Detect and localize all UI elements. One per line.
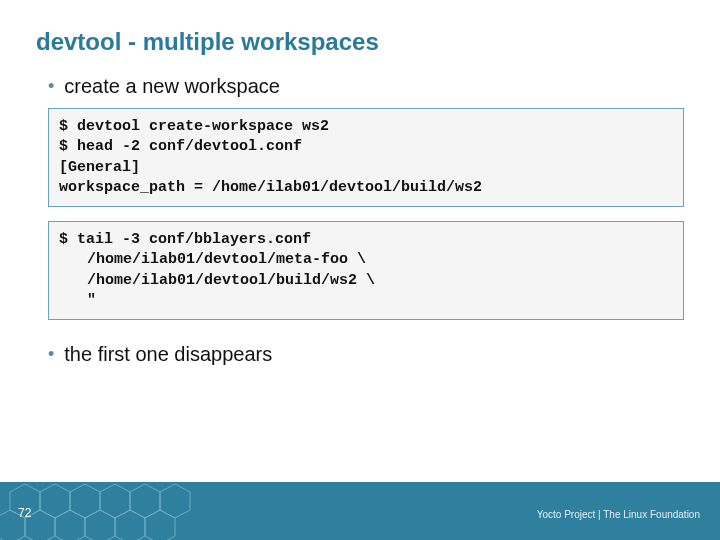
code-block-1: $ devtool create-workspace ws2 $ head -2…	[48, 108, 684, 207]
bullet-text-2: the first one disappears	[64, 342, 272, 366]
code1-l3: [General]	[59, 159, 140, 176]
page-number: 72	[18, 506, 31, 520]
code1-l2: $ head -2 conf/devtool.conf	[59, 138, 302, 155]
code-block-2: $ tail -3 conf/bblayers.conf /home/ilab0…	[48, 221, 684, 320]
bullet-item-1: • create a new workspace	[0, 74, 720, 98]
footer-right-text: Yocto Project | The Linux Foundation	[537, 509, 700, 520]
code2-l3: /home/ilab01/devtool/build/ws2 \	[59, 271, 673, 291]
svg-marker-8	[115, 510, 145, 540]
svg-marker-10	[160, 484, 190, 518]
bullet-dot-icon: •	[48, 342, 54, 366]
svg-marker-4	[55, 510, 85, 540]
code1-l1: $ devtool create-workspace ws2	[59, 118, 329, 135]
code1-l4: workspace_path = /home/ilab01/devtool/bu…	[59, 179, 482, 196]
code2-l2: /home/ilab01/devtool/meta-foo \	[59, 250, 673, 270]
slide: devtool - multiple workspaces • create a…	[0, 0, 720, 540]
hex-pattern-icon	[0, 482, 260, 540]
bullet-item-2: • the first one disappears	[0, 342, 720, 366]
svg-marker-9	[145, 510, 175, 540]
svg-marker-5	[85, 510, 115, 540]
slide-title: devtool - multiple workspaces	[0, 0, 720, 56]
bullet-dot-icon: •	[48, 74, 54, 98]
code2-l1: $ tail -3 conf/bblayers.conf	[59, 231, 311, 248]
bullet-text-1: create a new workspace	[64, 74, 280, 98]
code2-l4: "	[59, 291, 673, 311]
footer-band: 72 Yocto Project | The Linux Foundation	[0, 482, 720, 540]
